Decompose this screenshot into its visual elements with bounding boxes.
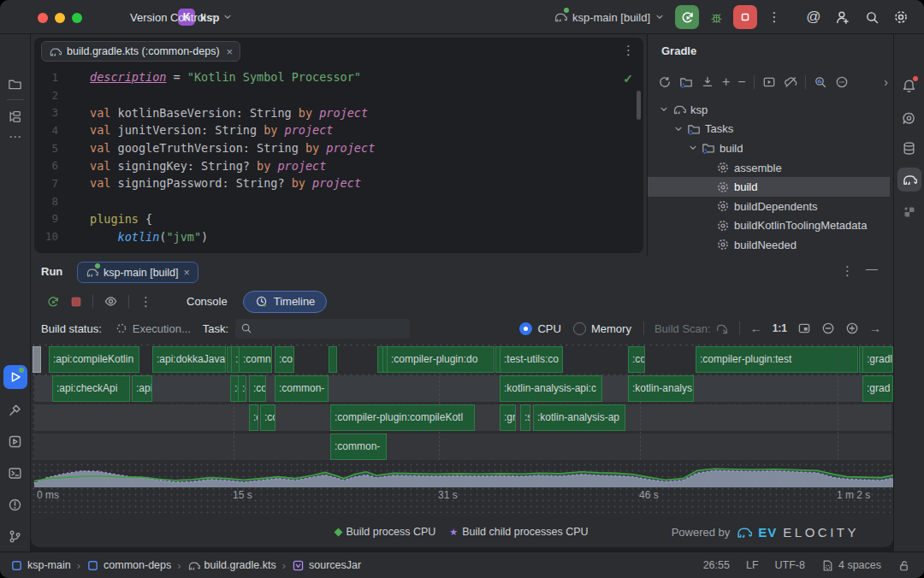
task-bar[interactable]: :api:checkApi [52,375,130,402]
pan-left-button[interactable]: ← [750,321,762,335]
stop-button[interactable] [733,5,757,29]
task-bar[interactable]: :s [520,404,530,431]
inspections-ok-icon[interactable]: ✓ [623,72,633,86]
memory-radio[interactable] [573,322,586,335]
download-sources-icon[interactable] [701,75,714,89]
task-bar[interactable]: :kotlin-analys [628,375,694,402]
zoom-ratio-label[interactable]: 1:1 [773,322,787,334]
code-with-me-button[interactable] [828,3,857,32]
more-tool-windows-button[interactable]: ⋯ [3,125,27,149]
code-area[interactable]: 1description = "Kotlin Symbol Processor"… [34,68,643,253]
problems-tool-button[interactable] [3,492,27,516]
chevron-down-icon[interactable] [660,105,668,114]
task-bar[interactable]: :cc [260,404,275,431]
gradle-tree-item-buildDependents[interactable]: buildDependents [648,197,890,216]
task-bar[interactable]: :co [628,346,645,373]
version-control-tool-button[interactable] [3,524,27,548]
cpu-radio-label[interactable]: CPU [537,322,560,335]
offline-mode-icon[interactable] [784,75,797,89]
task-search-box[interactable] [235,319,410,339]
code-line[interactable]: 2 [34,86,643,104]
breadcrumb-item-common-deps[interactable]: common-deps [86,559,171,572]
debug-button[interactable] [702,3,731,32]
notifications-button[interactable] [897,74,921,97]
task-bar[interactable]: :test-utils:co [500,346,563,373]
zoom-in-icon[interactable] [845,321,859,335]
tab-console[interactable]: Console [187,295,228,308]
tab-timeline[interactable]: Timeline [243,291,328,313]
code-line[interactable]: 8 [34,192,643,210]
pan-right-button[interactable]: → [869,321,881,335]
more-options-button[interactable]: ⋮ [139,294,152,310]
close-window-button[interactable] [38,13,48,23]
caret-position[interactable]: 26:55 [703,559,730,571]
task-bar[interactable]: :api [132,375,152,402]
task-bar[interactable]: :compiler-plugin:do [387,346,495,373]
ai-assistant-button[interactable]: @ [799,3,828,32]
chevron-down-icon[interactable] [689,144,697,152]
chevron-right-icon[interactable]: › [884,75,888,89]
code-line[interactable]: 1description = "Kotlin Symbol Processor" [34,68,643,86]
run-tool-button[interactable] [3,365,27,389]
task-bar[interactable]: :co [275,346,294,373]
maximize-window-button[interactable] [72,13,82,23]
editor-tab[interactable]: build.gradle.kts (:common-deps) × [41,41,240,62]
profiler-icon[interactable] [814,75,827,89]
gradle-tree-item-build[interactable]: build [648,177,890,197]
task-bar[interactable]: :compiler-plugin:compileKotl [330,404,475,431]
run-panel-options-button[interactable]: ⋮ [841,263,854,279]
task-bar[interactable] [33,346,41,373]
code-line[interactable]: 5val googleTruthVersion: String by proje… [34,139,643,157]
indent-setting[interactable]: 4 spaces [821,559,881,572]
project-tool-button[interactable] [3,72,27,96]
code-line[interactable]: 6val signingKey: String? by project [34,156,643,174]
task-bar[interactable]: :co [249,375,266,402]
dependencies-tool-button[interactable] [897,200,921,224]
minimize-panel-button[interactable]: — [866,262,878,275]
database-tool-button[interactable] [897,136,921,160]
task-bar[interactable]: :api:dokkaJava [152,346,226,373]
gradle-tree-item-buildNeeded[interactable]: buildNeeded [648,235,890,255]
breadcrumb-item-sourcesJar[interactable]: sourcesJar [292,559,361,572]
sync-icon[interactable] [658,75,672,89]
line-separator[interactable]: LF [746,559,759,571]
gradle-tree-item-assemble[interactable]: assemble [648,158,890,178]
cpu-usage-chart[interactable] [34,462,893,487]
vcs-menu[interactable]: Version Control [130,0,219,34]
close-tab-icon[interactable]: × [184,267,190,279]
editor-scrollbar[interactable] [637,91,641,120]
reload-projects-icon[interactable] [679,75,693,89]
search-everywhere-button[interactable] [857,3,886,32]
task-bar[interactable]: :grad [862,375,893,402]
code-line[interactable]: 4val junitVersion: String by project [34,121,643,139]
code-line[interactable]: 10 kotlin("jvm") [34,227,643,245]
settings-button[interactable] [886,3,915,32]
gradle-tree-item-build[interactable]: build [648,139,890,158]
terminal-tool-button[interactable] [3,461,27,485]
cpu-radio[interactable] [519,322,532,335]
minimize-window-button[interactable] [55,13,65,23]
code-line[interactable]: 9plugins { [34,210,643,228]
gradle-tool-button[interactable] [897,168,921,192]
task-bar[interactable]: :common- [330,434,387,460]
gradle-tree-item-Tasks[interactable]: Tasks [648,120,890,139]
task-bar[interactable]: :c [238,375,246,402]
rerun-icon[interactable] [46,295,60,309]
eye-icon[interactable] [104,294,118,309]
gradle-tree-item-ksp[interactable]: ksp [648,100,890,120]
stop-icon[interactable] [70,296,82,308]
zoom-out-icon[interactable] [821,321,835,335]
task-options-icon[interactable] [835,75,849,89]
run-button[interactable] [675,5,699,29]
fit-to-window-icon[interactable] [797,321,811,335]
build-tool-button[interactable] [3,398,27,422]
lock-open-icon[interactable] [897,559,910,572]
gradle-tree-item-buildKotlinToolingMetadata[interactable]: buildKotlinToolingMetadata [648,216,890,236]
task-bar[interactable]: :gr [500,404,516,431]
task-bar[interactable] [329,346,337,373]
run-configuration-selector[interactable]: ksp-main [build] [554,10,664,24]
services-tool-button[interactable] [3,429,27,453]
task-bar[interactable]: :compiler-plugin:test [696,346,858,373]
task-bar[interactable]: :c [249,404,258,431]
breadcrumb-item-ksp-main[interactable]: ksp-main [10,559,71,572]
